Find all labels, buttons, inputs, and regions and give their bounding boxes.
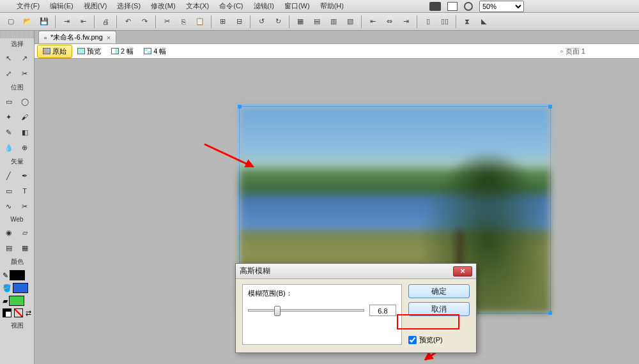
group-bitmap-label: 位图 <box>0 82 34 93</box>
cut-icon[interactable]: ✂ <box>160 15 174 29</box>
pencil-tool-icon[interactable]: ✎ <box>1 125 16 139</box>
import-icon[interactable]: ⇥ <box>59 15 73 29</box>
original-icon <box>43 48 50 54</box>
blur-value-input[interactable]: 6.8 <box>369 305 396 316</box>
menu-window[interactable]: 窗口(W) <box>281 0 314 12</box>
fill2-swatch[interactable] <box>9 296 24 306</box>
fill-swatch[interactable] <box>13 283 28 293</box>
rect-tool-icon[interactable]: ▭ <box>1 184 16 198</box>
view-mode-bar: 原始 预览 2 幅 4 幅 ▫页面 1 <box>35 43 639 59</box>
wand-tool-icon[interactable]: ✦ <box>1 110 16 124</box>
page-icon[interactable]: ▯ <box>421 15 435 29</box>
search-icon[interactable] <box>464 2 473 11</box>
crop-tool-icon[interactable]: ✂ <box>17 66 32 80</box>
page-indicator[interactable]: ▫页面 1 <box>560 47 585 56</box>
menu-modify[interactable]: 修改(M) <box>147 0 180 12</box>
default-colors-icon[interactable] <box>3 308 12 317</box>
page-label: 页面 1 <box>566 47 585 56</box>
new-file-icon[interactable]: ▢ <box>4 15 18 29</box>
menu-help[interactable]: 帮助(H) <box>316 0 348 12</box>
brush-tool-icon[interactable]: 🖌 <box>17 110 32 124</box>
paste-icon[interactable]: 📋 <box>193 15 207 29</box>
document-tab[interactable]: ▫ *未命名-6.fw.png × <box>38 31 116 43</box>
close-tab-icon[interactable]: × <box>107 34 111 42</box>
preview-checkbox[interactable] <box>408 336 417 344</box>
undo-icon[interactable]: ↶ <box>121 15 135 29</box>
redo-icon[interactable]: ↷ <box>137 15 151 29</box>
bring-forward-icon[interactable]: ▤ <box>310 15 324 29</box>
print-icon[interactable]: 🖨 <box>98 15 112 29</box>
group-vector-label: 矢量 <box>0 156 34 167</box>
align-left-icon[interactable]: ⇤ <box>366 15 380 29</box>
swap-colors-icon[interactable]: ⇄ <box>26 309 31 317</box>
pen-tool-icon[interactable]: ✒ <box>17 169 32 183</box>
marquee-tool-icon[interactable]: ▭ <box>1 95 16 109</box>
slider-thumb[interactable] <box>274 306 281 316</box>
knife-tool-icon[interactable]: ✂ <box>17 199 32 213</box>
fill-icon: 🪣 <box>3 284 12 292</box>
menu-file[interactable]: 文件(F) <box>13 0 43 12</box>
stroke-swatch[interactable] <box>10 270 25 280</box>
flip-v-icon[interactable]: ◣ <box>477 15 491 29</box>
menu-commands[interactable]: 命令(C) <box>215 0 247 12</box>
view-4up-button[interactable]: 4 幅 <box>139 45 171 57</box>
zoom-select[interactable]: 50% <box>479 1 524 12</box>
hide-slice-icon[interactable]: ▤ <box>1 241 16 255</box>
blur-tool-icon[interactable]: 💧 <box>1 140 16 155</box>
line-tool-icon[interactable]: ╱ <box>1 169 16 183</box>
blur-range-label: 模糊范围(B)： <box>248 289 396 298</box>
handle-br[interactable] <box>548 311 552 315</box>
menu-edit[interactable]: 编辑(E) <box>46 0 77 12</box>
align-right-icon[interactable]: ⇥ <box>399 15 413 29</box>
fill2-icon: ▰ <box>3 297 8 305</box>
layout-grid-icon[interactable] <box>447 2 458 11</box>
handle-tr[interactable] <box>548 105 552 109</box>
copy-icon[interactable]: ⎘ <box>176 15 190 29</box>
no-color-icon[interactable] <box>14 308 23 317</box>
align-center-icon[interactable]: ⇔ <box>382 15 396 29</box>
panel-grip[interactable] <box>0 31 34 38</box>
group-icon[interactable]: ⊞ <box>215 15 229 29</box>
send-backward-icon[interactable]: ▥ <box>327 15 341 29</box>
freeform-tool-icon[interactable]: ∿ <box>1 199 16 213</box>
dialog-close-button[interactable]: ✕ <box>453 266 472 277</box>
dialog-titlebar[interactable]: 高斯模糊 ✕ <box>236 264 476 279</box>
rotate-cw-icon[interactable]: ↻ <box>271 15 285 29</box>
view-preview-label: 预览 <box>87 47 101 56</box>
group-view-label: 视图 <box>0 320 34 331</box>
menu-text[interactable]: 文本(X) <box>182 0 213 12</box>
pointer-tool-icon[interactable]: ↖ <box>1 51 16 65</box>
menu-filters[interactable]: 滤镜(I) <box>250 0 278 12</box>
handle-tl[interactable] <box>238 105 242 109</box>
menu-select[interactable]: 选择(S) <box>113 0 144 12</box>
rotate-ccw-icon[interactable]: ↺ <box>254 15 268 29</box>
preview-checkbox-row[interactable]: 预览(P) <box>408 335 470 345</box>
blur-slider[interactable] <box>248 309 364 312</box>
lasso-tool-icon[interactable]: ◯ <box>17 95 32 109</box>
ok-button[interactable]: 确定 <box>408 284 470 298</box>
hotspot-tool-icon[interactable]: ◉ <box>1 225 16 239</box>
view-original-button[interactable]: 原始 <box>37 45 72 58</box>
open-file-icon[interactable]: 📂 <box>20 15 35 29</box>
ungroup-icon[interactable]: ⊟ <box>232 15 246 29</box>
menu-view[interactable]: 视图(V) <box>80 0 111 12</box>
subselect-tool-icon[interactable]: ↗ <box>17 51 32 65</box>
app-mode-icon[interactable] <box>429 2 441 11</box>
export-icon[interactable]: ⇤ <box>76 15 90 29</box>
view-preview-button[interactable]: 预览 <box>72 45 106 57</box>
stroke-icon: ✎ <box>3 271 8 280</box>
view-2up-button[interactable]: 2 幅 <box>106 45 139 57</box>
show-slice-icon[interactable]: ▦ <box>17 241 32 255</box>
scale-tool-icon[interactable]: ⤢ <box>1 66 16 80</box>
slice-tool-icon[interactable]: ▱ <box>17 225 32 239</box>
stamp-tool-icon[interactable]: ⊕ <box>17 140 32 155</box>
save-icon[interactable]: 💾 <box>37 15 51 29</box>
canvas[interactable]: 高斯模糊 ✕ 模糊范围(B)： 6.8 确定 取消 <box>35 59 639 364</box>
flip-h-icon[interactable]: ⧗ <box>460 15 474 29</box>
pages-icon[interactable]: ▯▯ <box>438 15 452 29</box>
send-back-icon[interactable]: ▧ <box>343 15 357 29</box>
eraser-tool-icon[interactable]: ◧ <box>17 125 32 139</box>
text-tool-icon[interactable]: T <box>17 184 32 198</box>
tool-panel: 选择 ↖ ↗ ⤢ ✂ 位图 ▭ ◯ ✦ 🖌 ✎ ◧ 💧 ⊕ 矢量 ╱ ✒ ▭ T… <box>0 31 35 364</box>
bring-front-icon[interactable]: ▦ <box>293 15 307 29</box>
